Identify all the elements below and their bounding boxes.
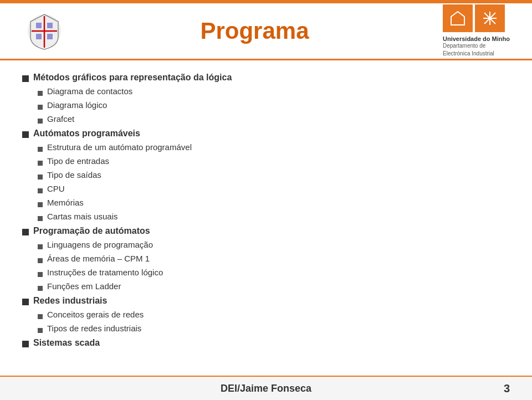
- bullet-icon: [38, 116, 43, 125]
- list-item: Linguagens de programação: [22, 240, 510, 251]
- list-item: Conceitos gerais de redes: [22, 310, 510, 321]
- list-item: Redes industriais: [22, 296, 510, 307]
- list-item-text: Instruções de tratamento lógico: [47, 268, 163, 277]
- university-dept-line1: Departamento de: [443, 42, 485, 50]
- list-item: Estrutura de um autómato programável: [22, 142, 510, 153]
- university-info: Universidade do Minho Departamento de El…: [443, 4, 510, 58]
- header: Programa Universidade do Minho: [0, 3, 532, 59]
- list-item-text: Cartas mais usuais: [47, 212, 118, 221]
- list-item: Diagrama de contactos: [22, 86, 510, 98]
- list-item: Programação de autómatos: [22, 226, 510, 238]
- list-item: CPU: [22, 184, 510, 195]
- university-name: Universidade do Minho: [443, 35, 510, 42]
- university-dept-line2: Electrónica Industrial: [443, 50, 494, 58]
- bullet-icon: [22, 298, 29, 307]
- footer-author: DEI/Jaime Fonseca: [0, 383, 532, 394]
- list-item-text: Tipo de saídas: [47, 170, 101, 180]
- bullet-icon: [22, 74, 29, 84]
- list-item-text: Programação de autómatos: [33, 226, 150, 236]
- slide-title-area: Programa: [66, 18, 443, 44]
- list-item-text: Diagrama de contactos: [47, 86, 132, 96]
- svg-rect-4: [47, 23, 53, 28]
- list-item: Memórias: [22, 198, 510, 209]
- svg-rect-5: [36, 34, 42, 39]
- list-item-text: Grafcet: [47, 114, 74, 124]
- list-item: Autómatos programáveis: [22, 129, 510, 140]
- header-divider: [0, 59, 532, 60]
- grid-icon: [482, 10, 498, 27]
- list-item: Instruções de tratamento lógico: [22, 268, 510, 279]
- list-item-text: Diagrama lógico: [47, 100, 107, 110]
- list-item-text: Tipo de entradas: [47, 156, 109, 166]
- list-item-text: Áreas de memória – CPM 1: [47, 254, 150, 263]
- bullet-icon: [38, 144, 43, 153]
- bullet-icon: [38, 242, 43, 251]
- bullet-icon: [38, 158, 43, 167]
- footer-page: 3: [504, 382, 510, 395]
- bullet-icon: [38, 255, 43, 265]
- list-item-text: CPU: [47, 184, 65, 193]
- content-list: Métodos gráficos para representação da l…: [22, 73, 510, 350]
- bullet-icon: [38, 283, 43, 293]
- building-icon-box: [443, 4, 473, 32]
- list-item-text: Métodos gráficos para representação da l…: [33, 73, 232, 83]
- university-logo: [22, 9, 66, 53]
- list-item-text: Memórias: [47, 198, 84, 207]
- list-item: Grafcet: [22, 114, 510, 125]
- bullet-icon: [38, 88, 43, 98]
- bullet-icon: [22, 228, 29, 238]
- bullet-icon: [38, 199, 43, 209]
- grid-icon-box: [475, 4, 505, 32]
- bullet-icon: [38, 172, 43, 181]
- list-item: Métodos gráficos para representação da l…: [22, 73, 510, 84]
- list-item-text: Autómatos programáveis: [33, 129, 140, 139]
- bullet-icon: [38, 325, 43, 335]
- bullet-icon: [38, 311, 43, 321]
- building-icon: [449, 10, 466, 27]
- svg-rect-6: [47, 34, 53, 39]
- list-item-text: Sistemas scada: [33, 338, 100, 348]
- list-item-text: Redes industriais: [33, 296, 107, 306]
- bullet-icon: [38, 213, 43, 223]
- list-item: Diagrama lógico: [22, 100, 510, 111]
- list-item-text: Linguagens de programação: [47, 240, 153, 249]
- list-item-text: Funções em Ladder: [47, 281, 121, 291]
- list-item: Sistemas scada: [22, 338, 510, 350]
- list-item: Tipo de entradas: [22, 156, 510, 167]
- bullet-icon: [22, 130, 29, 140]
- slide-content: Métodos gráficos para representação da l…: [22, 64, 510, 372]
- list-item: Tipo de saídas: [22, 170, 510, 181]
- bullet-icon: [38, 102, 43, 111]
- list-item-text: Estrutura de um autómato programável: [47, 142, 192, 152]
- university-icon-row: [443, 4, 505, 32]
- bullet-icon: [38, 269, 43, 279]
- footer: DEI/Jaime Fonseca 3: [0, 376, 532, 400]
- list-item: Funções em Ladder: [22, 281, 510, 293]
- list-item: Tipos de redes industriais: [22, 324, 510, 335]
- bullet-icon: [38, 186, 43, 195]
- svg-rect-3: [36, 23, 42, 28]
- list-item: Cartas mais usuais: [22, 212, 510, 223]
- slide-title: Programa: [200, 18, 309, 44]
- list-item-text: Conceitos gerais de redes: [47, 310, 144, 319]
- list-item-text: Tipos de redes industriais: [47, 324, 141, 333]
- bullet-icon: [22, 340, 29, 350]
- list-item: Áreas de memória – CPM 1: [22, 254, 510, 265]
